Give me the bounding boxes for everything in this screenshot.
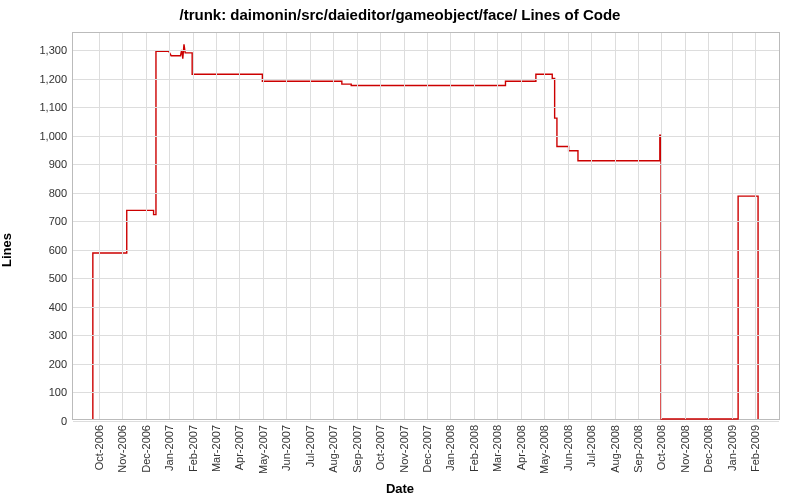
gridline-h [73, 221, 779, 222]
gridline-v [122, 33, 123, 419]
x-tick-label: Jan-2008 [444, 425, 456, 471]
gridline-h [73, 392, 779, 393]
gridline-v [661, 33, 662, 419]
gridline-v [99, 33, 100, 419]
x-tick-label: May-2007 [257, 425, 269, 474]
x-tick-label: Oct-2006 [93, 425, 105, 470]
x-tick-label: Jul-2008 [585, 425, 597, 467]
gridline-v [685, 33, 686, 419]
gridline-v [497, 33, 498, 419]
y-tick-label: 600 [49, 244, 73, 256]
y-tick-label: 300 [49, 329, 73, 341]
x-tick-label: Jun-2008 [562, 425, 574, 471]
y-tick-label: 1,200 [39, 73, 73, 85]
plot-area: 01002003004005006007008009001,0001,1001,… [72, 32, 780, 420]
gridline-h [73, 193, 779, 194]
gridline-v [193, 33, 194, 419]
gridline-v [708, 33, 709, 419]
x-tick-label: Jan-2007 [163, 425, 175, 471]
x-tick-label: Dec-2008 [702, 425, 714, 473]
gridline-v [263, 33, 264, 419]
gridline-v [568, 33, 569, 419]
gridline-h [73, 335, 779, 336]
y-tick-label: 0 [61, 415, 73, 427]
x-tick-label: May-2008 [538, 425, 550, 474]
x-tick-label: Feb-2007 [187, 425, 199, 472]
gridline-v [169, 33, 170, 419]
y-tick-label: 100 [49, 386, 73, 398]
gridline-v [732, 33, 733, 419]
x-tick-label: Mar-2008 [491, 425, 503, 472]
x-tick-label: Nov-2006 [116, 425, 128, 473]
x-tick-label: Dec-2006 [140, 425, 152, 473]
gridline-v [427, 33, 428, 419]
x-tick-label: Apr-2008 [515, 425, 527, 470]
gridline-v [333, 33, 334, 419]
x-tick-label: Sep-2008 [632, 425, 644, 473]
y-tick-label: 500 [49, 272, 73, 284]
gridline-h [73, 50, 779, 51]
gridline-v [591, 33, 592, 419]
gridline-v [216, 33, 217, 419]
gridline-v [450, 33, 451, 419]
x-tick-label: Jun-2007 [280, 425, 292, 471]
gridline-v [615, 33, 616, 419]
gridline-h [73, 307, 779, 308]
gridline-v [474, 33, 475, 419]
gridline-v [286, 33, 287, 419]
gridline-v [310, 33, 311, 419]
x-tick-label: Feb-2009 [749, 425, 761, 472]
loc-chart: /trunk: daimonin/src/daieditor/gameobjec… [0, 0, 800, 500]
x-tick-label: Oct-2008 [655, 425, 667, 470]
x-tick-label: Feb-2008 [468, 425, 480, 472]
y-tick-label: 800 [49, 187, 73, 199]
gridline-h [73, 107, 779, 108]
gridline-h [73, 421, 779, 422]
y-tick-label: 900 [49, 158, 73, 170]
gridline-v [755, 33, 756, 419]
x-tick-label: Sep-2007 [351, 425, 363, 473]
gridline-v [380, 33, 381, 419]
line-svg [73, 33, 779, 419]
x-tick-label: Nov-2008 [679, 425, 691, 473]
x-tick-label: Dec-2007 [421, 425, 433, 473]
y-tick-label: 400 [49, 301, 73, 313]
x-tick-label: Jul-2007 [304, 425, 316, 467]
x-axis-label: Date [0, 481, 800, 496]
y-tick-label: 700 [49, 215, 73, 227]
x-tick-label: Oct-2007 [374, 425, 386, 470]
gridline-v [521, 33, 522, 419]
gridline-v [146, 33, 147, 419]
y-axis-label: Lines [0, 233, 14, 267]
gridline-h [73, 164, 779, 165]
gridline-h [73, 250, 779, 251]
y-tick-label: 1,000 [39, 130, 73, 142]
y-tick-label: 1,300 [39, 44, 73, 56]
gridline-v [357, 33, 358, 419]
chart-title: /trunk: daimonin/src/daieditor/gameobjec… [0, 6, 800, 23]
y-tick-label: 1,100 [39, 101, 73, 113]
gridline-h [73, 136, 779, 137]
y-tick-label: 200 [49, 358, 73, 370]
gridline-v [544, 33, 545, 419]
x-tick-label: Aug-2007 [327, 425, 339, 473]
gridline-h [73, 278, 779, 279]
x-tick-label: Jan-2009 [726, 425, 738, 471]
x-tick-label: Aug-2008 [609, 425, 621, 473]
x-tick-label: Mar-2007 [210, 425, 222, 472]
gridline-v [239, 33, 240, 419]
gridline-v [404, 33, 405, 419]
x-tick-label: Nov-2007 [398, 425, 410, 473]
gridline-h [73, 364, 779, 365]
gridline-h [73, 79, 779, 80]
x-tick-label: Apr-2007 [233, 425, 245, 470]
gridline-v [638, 33, 639, 419]
